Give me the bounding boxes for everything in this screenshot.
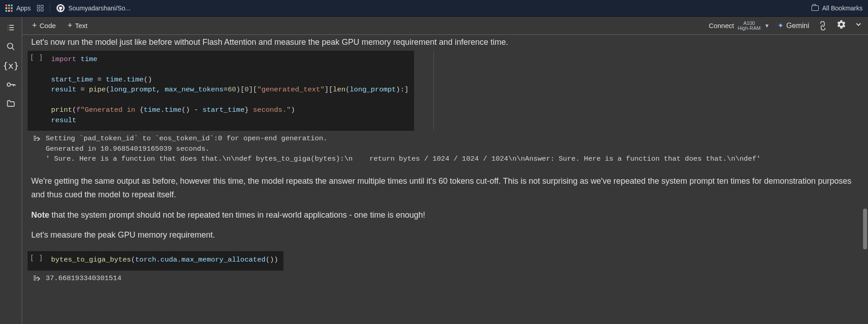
grid-icon[interactable] [37, 5, 43, 11]
variables-icon[interactable]: {x} [5, 60, 16, 71]
notebook-document[interactable]: Let's now run the model just like before… [22, 35, 868, 324]
cell-prompt: [ ] [30, 254, 43, 262]
github-bookmark[interactable]: Soumyadarshani/So... [57, 4, 131, 12]
code-block[interactable]: bytes_to_giga_bytes(torch.cuda.max_memor… [46, 251, 283, 270]
toolbar: + Code + Text Connect A100 High-RAM ▼ [22, 17, 868, 35]
gemini-button[interactable]: ✦ Gemini [778, 21, 809, 30]
md-paragraph: We're getting the same output as before,… [31, 174, 859, 202]
add-text-button[interactable]: + Text [63, 19, 92, 32]
output-text: Setting `pad_token_id` to `eos_token_id`… [46, 133, 863, 164]
bookmarks-bar: Apps Soumyadarshani/So... All Bookmarks [0, 0, 868, 17]
svg-point-8 [7, 83, 10, 86]
md-paragraph: Note that the system prompt should not b… [31, 208, 859, 222]
add-code-button[interactable]: + Code [28, 19, 60, 32]
folder-icon [811, 5, 819, 11]
left-rail: {x} [0, 17, 22, 324]
gemini-icon: ✦ [778, 21, 783, 30]
chevron-down-icon: ▼ [764, 23, 769, 29]
toc-icon[interactable] [5, 22, 16, 33]
all-bookmarks-button[interactable]: All Bookmarks [811, 5, 863, 12]
cell-prompt: [ ] [30, 53, 43, 62]
output-text: 37.668193340301514 [46, 273, 863, 283]
svg-line-7 [12, 48, 14, 50]
apps-grid-icon [5, 5, 13, 12]
connect-button[interactable]: Connect A100 High-RAM ▼ [709, 21, 770, 31]
code-cell[interactable]: [ ] bytes_to_giga_bytes(torch.cuda.max_m… [28, 251, 863, 270]
code-block[interactable]: import time start_time = time.time() res… [46, 51, 414, 131]
gear-icon[interactable] [836, 19, 846, 32]
connect-label: Connect [709, 22, 734, 29]
clipped-text: Let's now run the model just like before… [28, 35, 863, 51]
link-icon[interactable] [815, 18, 830, 33]
github-icon [57, 4, 65, 12]
chevron-down-icon[interactable] [854, 20, 863, 31]
scrollbar[interactable] [863, 209, 867, 249]
md-paragraph: Let's measure the peak GPU memory requir… [31, 228, 859, 242]
search-icon[interactable] [5, 41, 16, 52]
markdown-cell[interactable]: We're getting the same output as before,… [28, 168, 863, 251]
cell-output: Setting `pad_token_id` to `eos_token_id`… [28, 133, 863, 164]
github-bookmark-label: Soumyadarshani/So... [68, 5, 131, 12]
output-stream-icon[interactable] [28, 273, 46, 283]
code-cell[interactable]: [ ] import time start_time = time.time()… [28, 51, 863, 131]
plus-icon: + [32, 21, 37, 30]
add-text-label: Text [75, 22, 88, 29]
svg-point-6 [8, 43, 13, 49]
apps-label: Apps [16, 5, 31, 12]
output-stream-icon[interactable] [28, 133, 46, 164]
cell-output: 37.668193340301514 [28, 273, 863, 283]
divider [50, 4, 50, 13]
add-code-label: Code [40, 22, 56, 29]
gemini-label: Gemini [786, 22, 809, 30]
plus-icon: + [67, 21, 72, 30]
secrets-icon[interactable] [5, 79, 16, 90]
files-icon[interactable] [5, 98, 16, 109]
apps-shortcut[interactable]: Apps [5, 5, 31, 12]
all-bookmarks-label: All Bookmarks [822, 5, 863, 12]
hardware-indicator: A100 High-RAM [738, 21, 761, 31]
